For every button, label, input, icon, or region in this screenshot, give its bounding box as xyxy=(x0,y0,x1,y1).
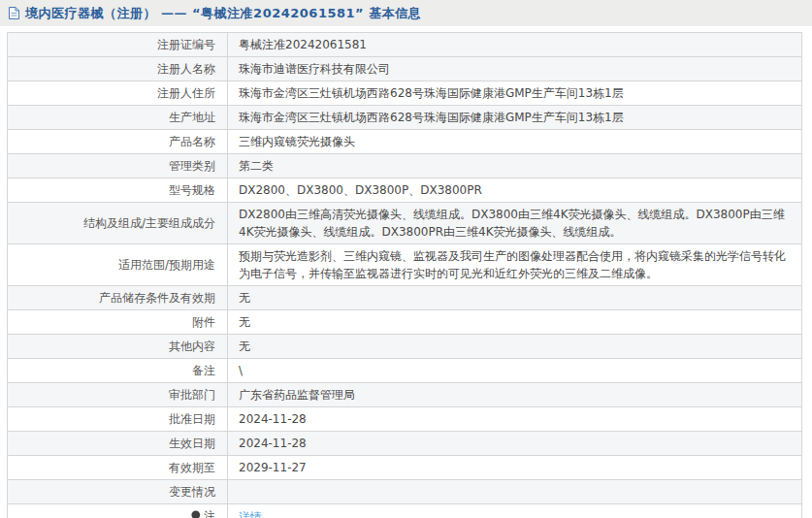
registration-info-table: 注册证编号 粤械注准20242061581 注册人名称 珠海市迪谱医疗科技有限公… xyxy=(7,32,802,518)
field-value: 珠海市金湾区三灶镇机场西路628号珠海国际健康港GMP生产车间13栋1层 xyxy=(228,81,802,106)
table-row: 管理类别 第二类 xyxy=(8,154,802,178)
field-value: 广东省药品监督管理局 xyxy=(228,383,802,407)
table-row: 其他内容 无 xyxy=(8,335,802,359)
field-label: 生效日期 xyxy=(8,432,228,456)
field-label: 注册人住所 xyxy=(8,81,228,106)
field-value: 珠海市金湾区三灶镇机场西路628号珠海国际健康港GMP生产车间13栋1层 xyxy=(228,106,802,130)
detail-link[interactable]: 详情 xyxy=(239,510,262,518)
field-label: 附件 xyxy=(8,310,228,335)
table-row: 产品名称 三维内窥镜荧光摄像头 xyxy=(8,130,802,154)
table-row: 生产地址 珠海市金湾区三灶镇机场西路628号珠海国际健康港GMP生产车间13栋1… xyxy=(8,106,802,130)
field-label: 有效期至 xyxy=(8,456,228,480)
field-label: 型号规格 xyxy=(8,178,228,203)
field-label: 产品储存条件及有效期 xyxy=(8,286,228,310)
title-bar: 境内医疗器械（注册） —— “粤械注准20242061581” 基本信息 xyxy=(0,0,812,26)
field-value: 2024-11-28 xyxy=(228,407,802,432)
field-label: 其他内容 xyxy=(8,335,228,359)
field-label: 产品名称 xyxy=(8,130,228,154)
field-value: 无 xyxy=(228,286,802,310)
table-row: 附件 无 xyxy=(8,310,802,335)
table-row: 注册人住所 珠海市金湾区三灶镇机场西路628号珠海国际健康港GMP生产车间13栋… xyxy=(8,81,802,106)
field-value xyxy=(228,480,802,504)
field-value: 2024-11-28 xyxy=(228,432,802,456)
field-value: 2029-11-27 xyxy=(228,456,802,480)
field-value: 预期与荧光造影剂、三维内窥镜、监视器及我司生产的图像处理器配合使用，将内窥镜采集… xyxy=(228,244,802,286)
document-icon xyxy=(8,6,20,20)
table-row: 适用范围/预期用途 预期与荧光造影剂、三维内窥镜、监视器及我司生产的图像处理器配… xyxy=(8,244,802,286)
field-value: 第二类 xyxy=(228,154,802,178)
field-value: DX2800、DX3800、DX3800P、DX3800PR xyxy=(228,178,802,203)
field-value: 粤械注准20242061581 xyxy=(228,33,802,57)
table-row: 备注 \ xyxy=(8,359,802,383)
field-value: 无 xyxy=(228,310,802,335)
table-row: 注册证编号 粤械注准20242061581 xyxy=(8,33,802,57)
page: 境内医疗器械（注册） —— “粤械注准20242061581” 基本信息 注册证… xyxy=(0,0,812,518)
table-row: 审批部门 广东省药品监督管理局 xyxy=(8,383,802,407)
field-value: 无 xyxy=(228,335,802,359)
field-label: 管理类别 xyxy=(8,154,228,178)
field-label: 生产地址 xyxy=(8,106,228,130)
page-title: 境内医疗器械（注册） —— “粤械注准20242061581” 基本信息 xyxy=(25,5,421,22)
field-label: 注 xyxy=(8,504,228,518)
table-row: 产品储存条件及有效期 无 xyxy=(8,286,802,310)
field-value: \ xyxy=(228,359,802,383)
field-value: 详情 xyxy=(228,504,802,518)
table-row: 注 详情 xyxy=(8,504,802,518)
table-row: 有效期至 2029-11-27 xyxy=(8,456,802,480)
field-label: 注册人名称 xyxy=(8,57,228,81)
comment-icon xyxy=(190,510,201,518)
table-row: 结构及组成/主要组成成分 DX2800由三维高清荧光摄像头、线缆组成。DX380… xyxy=(8,203,802,244)
table-row: 批准日期 2024-11-28 xyxy=(8,407,802,432)
field-value: DX2800由三维高清荧光摄像头、线缆组成。DX3800由三维4K荧光摄像头、线… xyxy=(228,203,802,244)
field-label: 适用范围/预期用途 xyxy=(8,244,228,286)
field-label: 结构及组成/主要组成成分 xyxy=(8,203,228,244)
table-row: 注册人名称 珠海市迪谱医疗科技有限公司 xyxy=(8,57,802,81)
table-row: 生效日期 2024-11-28 xyxy=(8,432,802,456)
field-value: 三维内窥镜荧光摄像头 xyxy=(228,130,802,154)
field-label: 注册证编号 xyxy=(8,33,228,57)
field-label: 备注 xyxy=(8,359,228,383)
field-label: 变更情况 xyxy=(8,480,228,504)
table-row: 型号规格 DX2800、DX3800、DX3800P、DX3800PR xyxy=(8,178,802,203)
field-label: 批准日期 xyxy=(8,407,228,432)
field-label: 审批部门 xyxy=(8,383,228,407)
field-value: 珠海市迪谱医疗科技有限公司 xyxy=(228,57,802,81)
table-row: 变更情况 xyxy=(8,480,802,504)
field-label-text: 注 xyxy=(204,507,215,518)
